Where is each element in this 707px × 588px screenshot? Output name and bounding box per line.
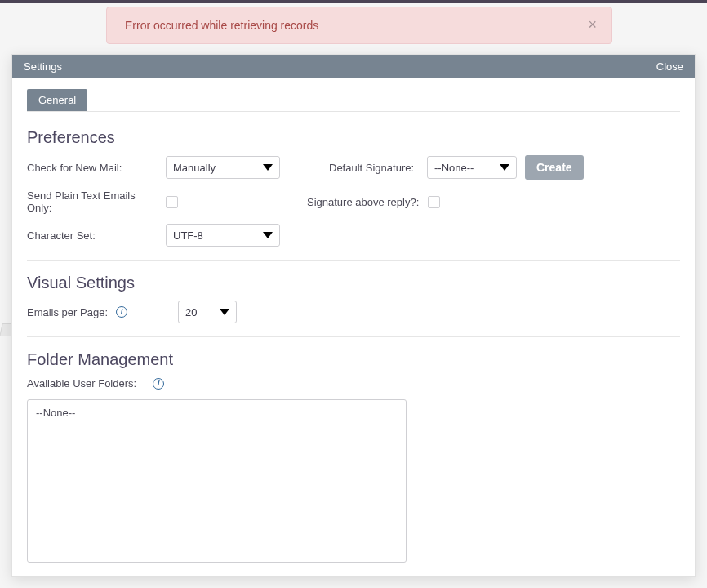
plain-text-checkbox[interactable] bbox=[166, 196, 178, 208]
available-folders-label: Available User Folders: bbox=[27, 377, 136, 390]
alert-close-button[interactable]: × bbox=[583, 16, 602, 33]
folder-management-title: Folder Management bbox=[27, 350, 680, 369]
sig-above-checkbox[interactable] bbox=[428, 196, 440, 208]
default-sig-value: --None-- bbox=[434, 162, 474, 174]
charset-label: Character Set: bbox=[27, 229, 158, 242]
modal-close-link[interactable]: Close bbox=[656, 60, 683, 73]
emails-per-page-select[interactable]: 20 bbox=[178, 301, 237, 323]
visual-settings-title: Visual Settings bbox=[27, 274, 680, 292]
close-icon: × bbox=[588, 16, 597, 33]
available-folders-listbox[interactable]: --None-- bbox=[27, 399, 407, 563]
charset-select[interactable]: UTF-8 bbox=[166, 224, 280, 247]
check-mail-label: Check for New Mail: bbox=[27, 162, 158, 174]
check-mail-value: Manually bbox=[173, 162, 216, 174]
error-alert: Error occurred while retrieving records … bbox=[106, 7, 612, 44]
create-signature-button[interactable]: Create bbox=[525, 155, 584, 180]
tab-general[interactable]: General bbox=[27, 89, 87, 111]
tabs: General bbox=[27, 89, 680, 112]
emails-per-page-value: 20 bbox=[185, 306, 197, 318]
sig-above-label: Signature above reply?: bbox=[307, 196, 420, 208]
chevron-down-icon bbox=[220, 309, 229, 315]
error-alert-message: Error occurred while retrieving records bbox=[125, 19, 318, 32]
settings-modal: Settings Close General Preferences Check… bbox=[11, 54, 696, 577]
list-item[interactable]: --None-- bbox=[28, 403, 406, 422]
default-sig-label: Default Signature: bbox=[329, 162, 419, 174]
default-sig-select[interactable]: --None-- bbox=[427, 156, 517, 179]
info-icon[interactable]: i bbox=[153, 378, 164, 390]
section-divider bbox=[27, 336, 680, 337]
charset-value: UTF-8 bbox=[173, 229, 203, 242]
plain-text-label: Send Plain Text Emails Only: bbox=[27, 189, 158, 214]
chevron-down-icon bbox=[263, 164, 273, 171]
modal-title: Settings bbox=[24, 60, 62, 73]
chevron-down-icon bbox=[500, 164, 509, 171]
info-icon[interactable]: i bbox=[116, 306, 127, 318]
check-mail-select[interactable]: Manually bbox=[166, 156, 280, 179]
chevron-down-icon bbox=[263, 232, 273, 238]
section-divider bbox=[27, 260, 680, 261]
preferences-title: Preferences bbox=[27, 128, 680, 147]
emails-per-page-label: Emails per Page: bbox=[27, 306, 108, 318]
modal-header: Settings Close bbox=[12, 55, 695, 78]
